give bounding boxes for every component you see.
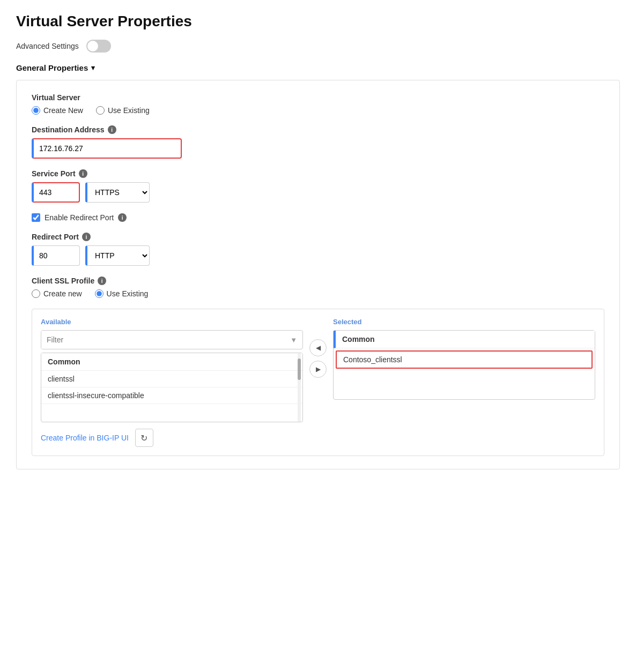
available-panel-label: Available [41, 318, 303, 326]
destination-address-info-icon[interactable]: i [108, 125, 116, 134]
page-title: Virtual Server Properties [16, 13, 620, 30]
available-group-header: Common [41, 353, 302, 371]
list-item[interactable]: clientssl-insecure-compatible [41, 387, 302, 404]
client-ssl-profile-info-icon[interactable]: i [98, 277, 106, 285]
filter-icon: ▼ [285, 336, 302, 344]
redirect-port-label: Redirect Port i [32, 233, 604, 241]
arrow-buttons: ◀ ▶ [309, 318, 327, 378]
refresh-button[interactable]: ↻ [135, 429, 153, 447]
general-properties-label: General Properties [16, 63, 88, 72]
service-port-row: HTTPS HTTP TCP UDP [32, 182, 604, 203]
client-ssl-profile-radio-group: Create new Use Existing [32, 289, 604, 298]
service-port-label: Service Port i [32, 169, 604, 178]
client-ssl-profile-label: Client SSL Profile i [32, 277, 604, 285]
destination-address-input-wrapper [32, 138, 604, 159]
destination-address-label: Destination Address i [32, 125, 604, 134]
selected-item[interactable]: Contoso_clientssl [336, 350, 593, 369]
selected-panel: Selected Common Contoso_clientssl [333, 318, 595, 400]
service-port-info-icon[interactable]: i [79, 169, 87, 178]
dual-list-row: Available ▼ Common clientssl clientssl-i… [41, 318, 595, 422]
service-port-group: Service Port i HTTPS HTTP TCP UDP [32, 169, 604, 203]
selected-list-box: Common Contoso_clientssl [333, 330, 595, 400]
general-properties-arrow: ▾ [91, 64, 95, 72]
filter-row: ▼ [41, 330, 303, 349]
general-properties-header[interactable]: General Properties ▾ [16, 63, 620, 72]
virtual-server-radio-group: Create New Use Existing [32, 106, 604, 115]
client-ssl-use-existing[interactable]: Use Existing [95, 289, 149, 298]
advanced-settings-toggle[interactable] [86, 40, 111, 53]
redirect-port-group: Redirect Port i HTTP HTTPS TCP [32, 233, 604, 266]
refresh-icon: ↻ [140, 433, 147, 443]
service-port-protocol-select[interactable]: HTTPS HTTP TCP UDP [85, 182, 150, 203]
advanced-settings-label: Advanced Settings [16, 42, 79, 50]
create-profile-link[interactable]: Create Profile in BIG-IP UI [41, 434, 129, 442]
redirect-port-row: HTTP HTTPS TCP [32, 245, 604, 266]
bottom-row: Create Profile in BIG-IP UI ↻ [41, 429, 595, 447]
dual-list-container: Available ▼ Common clientssl clientssl-i… [32, 309, 604, 456]
list-item[interactable]: clientssl [41, 371, 302, 387]
client-ssl-profile-group: Client SSL Profile i Create new Use Exis… [32, 277, 604, 298]
virtual-server-use-existing[interactable]: Use Existing [96, 106, 150, 115]
filter-input[interactable] [41, 331, 285, 349]
virtual-server-label: Virtual Server [32, 93, 604, 102]
virtual-server-group: Virtual Server Create New Use Existing [32, 93, 604, 115]
move-left-button[interactable]: ◀ [309, 339, 327, 356]
selected-panel-label: Selected [333, 318, 595, 326]
enable-redirect-port-label: Enable Redirect Port [45, 213, 114, 222]
service-port-input[interactable] [32, 182, 80, 203]
enable-redirect-port-checkbox[interactable] [32, 213, 40, 222]
destination-address-input[interactable] [32, 138, 182, 159]
enable-redirect-port-info-icon[interactable]: i [118, 213, 127, 222]
enable-redirect-port-row: Enable Redirect Port i [32, 213, 604, 222]
client-ssl-create-new[interactable]: Create new [32, 289, 82, 298]
available-panel: Available ▼ Common clientssl clientssl-i… [41, 318, 303, 422]
destination-address-group: Destination Address i [32, 125, 604, 159]
advanced-settings-row: Advanced Settings [16, 40, 620, 53]
main-card: Virtual Server Create New Use Existing D… [16, 80, 620, 469]
scrollbar[interactable] [297, 353, 301, 422]
move-right-button[interactable]: ▶ [309, 361, 327, 378]
redirect-port-info-icon[interactable]: i [82, 233, 91, 241]
virtual-server-create-new[interactable]: Create New [32, 106, 83, 115]
redirect-port-input[interactable] [32, 245, 80, 266]
selected-group-header: Common [334, 331, 595, 348]
redirect-port-protocol-select[interactable]: HTTP HTTPS TCP [85, 245, 150, 266]
available-list-box: Common clientssl clientssl-insecure-comp… [41, 353, 303, 422]
